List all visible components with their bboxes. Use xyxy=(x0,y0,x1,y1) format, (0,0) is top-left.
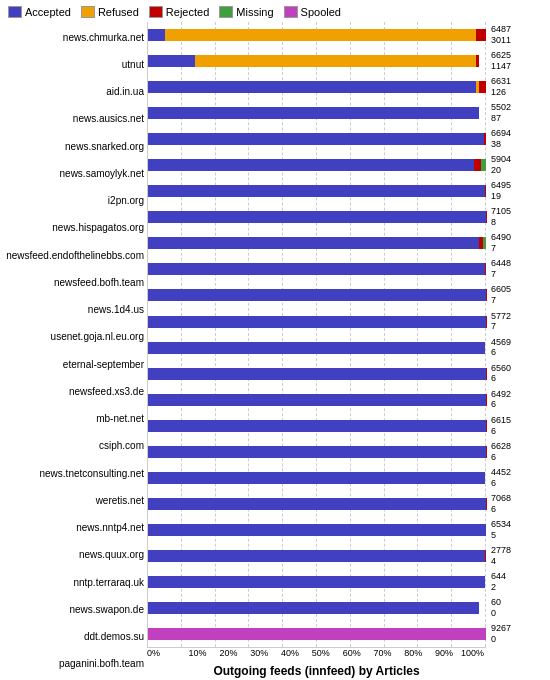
bar-track-2: 6631126 xyxy=(148,81,486,93)
bar-row-14: 64926 xyxy=(148,387,486,413)
x-tick-3: 30% xyxy=(239,648,270,662)
bar-track-15: 66156 xyxy=(148,420,486,432)
bar-value-label-4: 669438 xyxy=(491,128,546,150)
y-label-6: i2pn.org xyxy=(2,188,144,215)
bar-value-label-10: 66057 xyxy=(491,285,546,307)
x-tick-1: 10% xyxy=(178,648,209,662)
bar-segment-rejected-4 xyxy=(484,133,486,145)
bars-area: 6487301166251147663112655028766943859042… xyxy=(147,22,486,648)
legend-color-accepted xyxy=(8,6,22,18)
bar-value-label-13: 65606 xyxy=(491,363,546,385)
x-tick-7: 70% xyxy=(363,648,394,662)
bar-track-6: 649519 xyxy=(148,185,486,197)
chart-container: AcceptedRefusedRejectedMissingSpooled ne… xyxy=(0,0,550,680)
bar-value-label-18: 70686 xyxy=(491,493,546,515)
x-tick-2: 20% xyxy=(209,648,240,662)
bar-value-label-1: 66251147 xyxy=(491,50,546,72)
bar-row-4: 669438 xyxy=(148,126,486,152)
bar-segment-accepted-15 xyxy=(148,420,486,432)
x-axis-title: Outgoing feeds (innfeed) by Articles xyxy=(147,664,486,678)
bar-value-label-11: 57727 xyxy=(491,311,546,333)
bar-row-13: 65606 xyxy=(148,361,486,387)
bar-segment-rejected-2 xyxy=(479,81,486,93)
bar-track-9: 64487 xyxy=(148,263,486,275)
bar-segment-rejected-6 xyxy=(485,185,486,197)
bar-row-22: 600 xyxy=(148,595,486,621)
bar-row-18: 70686 xyxy=(148,491,486,517)
y-label-15: csiph.com xyxy=(2,433,144,460)
y-label-18: news.nntp4.net xyxy=(2,515,144,542)
bar-value-label-6: 649519 xyxy=(491,181,546,203)
bar-segment-rejected-9 xyxy=(485,263,486,275)
y-label-3: news.ausics.net xyxy=(2,106,144,133)
bar-segment-accepted-5 xyxy=(148,159,474,171)
bar-segment-rejected-5 xyxy=(474,159,481,171)
y-label-8: newsfeed.endofthelinebbs.com xyxy=(2,242,144,269)
bar-value-label-19: 65345 xyxy=(491,519,546,541)
legend-label-rejected: Rejected xyxy=(166,6,209,18)
x-ticks: 0%10%20%30%40%50%60%70%80%90%100% xyxy=(147,648,486,662)
bar-segment-accepted-19 xyxy=(148,524,486,536)
bar-track-21: 6442 xyxy=(148,576,486,588)
bar-value-label-15: 66156 xyxy=(491,415,546,437)
bar-track-5: 590420 xyxy=(148,159,486,171)
bar-row-6: 649519 xyxy=(148,178,486,204)
bar-row-7: 71058 xyxy=(148,204,486,230)
bar-row-0: 64873011 xyxy=(148,22,486,48)
bar-track-7: 71058 xyxy=(148,211,486,223)
bar-row-23: 92670 xyxy=(148,621,486,647)
bar-value-label-3: 550287 xyxy=(491,102,546,124)
y-label-9: newsfeed.bofh.team xyxy=(2,269,144,296)
y-label-1: utnut xyxy=(2,51,144,78)
y-label-14: mb-net.net xyxy=(2,406,144,433)
y-label-22: ddt.demos.su xyxy=(2,624,144,651)
bar-segment-accepted-3 xyxy=(148,107,479,119)
y-label-0: news.chmurka.net xyxy=(2,24,144,51)
bar-track-14: 64926 xyxy=(148,394,486,406)
bar-segment-spooled-23 xyxy=(148,628,486,640)
bar-row-10: 66057 xyxy=(148,282,486,308)
legend-label-refused: Refused xyxy=(98,6,139,18)
bar-value-label-5: 590420 xyxy=(491,154,546,176)
bar-segment-accepted-6 xyxy=(148,185,485,197)
legend-color-rejected xyxy=(149,6,163,18)
bar-segment-accepted-8 xyxy=(148,237,479,249)
bar-value-label-17: 44526 xyxy=(491,467,546,489)
bar-segment-accepted-18 xyxy=(148,498,486,510)
bar-row-9: 64487 xyxy=(148,256,486,282)
bar-value-label-20: 27784 xyxy=(491,545,546,567)
bar-segment-refused-1 xyxy=(195,55,476,67)
bar-value-label-22: 600 xyxy=(491,597,546,619)
bar-value-label-16: 66286 xyxy=(491,441,546,463)
y-label-5: news.samoylyk.net xyxy=(2,160,144,187)
bar-track-17: 44526 xyxy=(148,472,486,484)
y-label-23: paganini.bofh.team xyxy=(2,651,144,678)
bar-segment-rejected-1 xyxy=(476,55,479,67)
y-label-11: usenet.goja.nl.eu.org xyxy=(2,324,144,351)
y-label-10: news.1d4.us xyxy=(2,297,144,324)
bar-value-label-12: 45696 xyxy=(491,337,546,359)
bar-track-4: 669438 xyxy=(148,133,486,145)
bar-segment-accepted-11 xyxy=(148,316,486,328)
bar-segment-accepted-2 xyxy=(148,81,476,93)
bar-value-label-8: 64907 xyxy=(491,233,546,255)
y-label-7: news.hispagatos.org xyxy=(2,215,144,242)
bar-segment-accepted-7 xyxy=(148,211,486,223)
bar-row-19: 65345 xyxy=(148,517,486,543)
bar-segment-accepted-4 xyxy=(148,133,484,145)
legend-color-refused xyxy=(81,6,95,18)
bar-segment-accepted-21 xyxy=(148,576,485,588)
legend-label-missing: Missing xyxy=(236,6,273,18)
bar-row-5: 590420 xyxy=(148,152,486,178)
x-tick-8: 80% xyxy=(394,648,425,662)
bar-segment-refused-0 xyxy=(165,29,476,41)
y-label-20: nntp.terraraq.uk xyxy=(2,569,144,596)
bar-track-12: 45696 xyxy=(148,342,486,354)
y-label-4: news.snarked.org xyxy=(2,133,144,160)
bar-segment-accepted-9 xyxy=(148,263,485,275)
bar-track-22: 600 xyxy=(148,602,486,614)
bar-segment-accepted-0 xyxy=(148,29,165,41)
bar-row-12: 45696 xyxy=(148,335,486,361)
bar-track-18: 70686 xyxy=(148,498,486,510)
bars-rows: 6487301166251147663112655028766943859042… xyxy=(148,22,486,647)
